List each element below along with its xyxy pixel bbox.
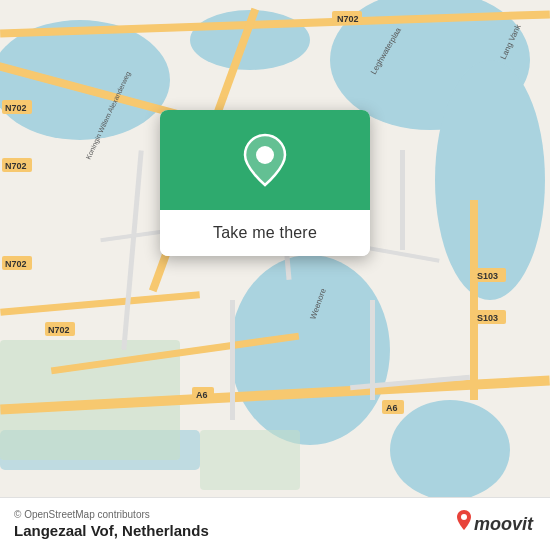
attribution: © OpenStreetMap contributors — [14, 509, 209, 520]
popup-card: Take me there — [160, 110, 370, 256]
svg-rect-24 — [370, 300, 375, 400]
svg-point-5 — [435, 60, 545, 300]
svg-point-50 — [461, 514, 467, 520]
popup-header — [160, 110, 370, 210]
bottom-left: © OpenStreetMap contributors Langezaal V… — [14, 509, 209, 539]
svg-rect-9 — [200, 430, 300, 490]
bottom-bar: © OpenStreetMap contributors Langezaal V… — [0, 497, 550, 550]
svg-point-1 — [230, 255, 390, 445]
map-container: N702 N702 N702 N702 N702 A6 A6 S103 S103… — [0, 0, 550, 550]
svg-point-6 — [390, 400, 510, 500]
svg-text:N702: N702 — [5, 259, 27, 269]
svg-point-49 — [256, 146, 274, 164]
svg-text:N702: N702 — [5, 103, 27, 113]
svg-text:A6: A6 — [386, 403, 398, 413]
svg-text:S103: S103 — [477, 313, 498, 323]
location-pin-icon — [240, 130, 290, 190]
svg-rect-23 — [230, 300, 235, 420]
map-background: N702 N702 N702 N702 N702 A6 A6 S103 S103… — [0, 0, 550, 550]
svg-text:S103: S103 — [477, 271, 498, 281]
svg-rect-25 — [400, 150, 405, 250]
moovit-logo: moovit — [456, 508, 536, 540]
location-name: Langezaal Vof, Netherlands — [14, 522, 209, 539]
svg-text:N702: N702 — [337, 14, 359, 24]
take-me-there-button[interactable]: Take me there — [160, 210, 370, 256]
svg-text:moovit: moovit — [474, 514, 534, 534]
svg-rect-14 — [470, 200, 478, 400]
moovit-logo-svg: moovit — [456, 508, 536, 540]
svg-text:N702: N702 — [48, 325, 70, 335]
svg-text:A6: A6 — [196, 390, 208, 400]
svg-text:N702: N702 — [5, 161, 27, 171]
